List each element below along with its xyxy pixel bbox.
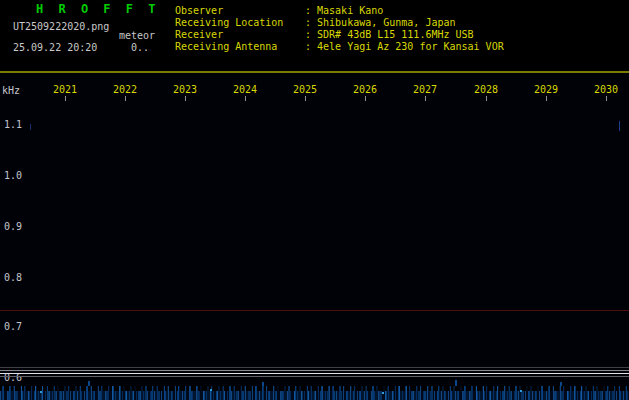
hrofft-output-screen: H R O F F T UT2509222020.png meteor 25.0…	[0, 0, 629, 400]
info-label-receiving-antenna: Receiving Antenna	[175, 41, 277, 52]
x-axis-tick	[65, 96, 66, 101]
x-tick-label-2023: 2023	[173, 84, 197, 95]
info-value-observer: : Masaki Kano	[305, 5, 383, 16]
output-filename: UT2509222020.png	[13, 21, 109, 32]
info-label-observer: Observer	[175, 5, 223, 16]
carrier-line-gray-2	[0, 376, 629, 377]
x-tick-label-2027: 2027	[413, 84, 437, 95]
noise-spark	[40, 391, 42, 393]
noise-spark	[520, 390, 522, 392]
x-axis-tick	[365, 96, 366, 101]
y-axis-unit-label: kHz	[2, 85, 20, 96]
x-axis-tick	[245, 96, 246, 101]
info-label-receiving-location: Receiving Location	[175, 17, 283, 28]
spectrogram-plot-area	[0, 73, 629, 400]
x-axis-tick	[546, 96, 547, 101]
y-tick-label-1-0: 1.0	[4, 170, 22, 181]
x-tick-label-2029: 2029	[534, 84, 558, 95]
noise-spike	[88, 381, 90, 386]
x-axis-tick	[606, 96, 607, 101]
info-value-receiving-antenna: : 4ele Yagi Az 230 for Kansai VOR	[305, 41, 504, 52]
x-tick-label-2024: 2024	[233, 84, 257, 95]
app-title: H R O F F T	[36, 4, 159, 15]
x-axis-tick	[305, 96, 306, 101]
x-axis-tick	[486, 96, 487, 101]
noise-spike	[262, 382, 264, 386]
y-tick-label-0-9: 0.9	[4, 221, 22, 232]
noise-spike	[455, 380, 457, 386]
x-axis-tick	[185, 96, 186, 101]
y-tick-label-1-1: 1.1	[4, 119, 22, 130]
meteor-echo-dash-right	[619, 121, 620, 131]
observation-name: meteor	[119, 30, 155, 41]
carrier-line-gray	[0, 370, 629, 371]
noise-spike	[560, 382, 562, 386]
carrier-line-faint	[0, 367, 629, 368]
x-tick-label-2025: 2025	[293, 84, 317, 95]
info-value-receiving-location: : Shibukawa, Gunma, Japan	[305, 17, 456, 28]
info-value-receiver: : SDR# 43dB L15 111.6MHz USB	[305, 29, 474, 40]
x-axis-tick	[125, 96, 126, 101]
meteor-echo-dash-left	[30, 124, 31, 130]
carrier-line-red	[0, 310, 629, 311]
noise-spark	[382, 392, 384, 394]
carrier-line-bright	[0, 373, 629, 374]
x-tick-label-2021: 2021	[53, 84, 77, 95]
x-axis-tick	[425, 96, 426, 101]
y-tick-label-0-8: 0.8	[4, 272, 22, 283]
noise-level-strip	[0, 386, 629, 400]
y-tick-label-0-7: 0.7	[4, 321, 22, 332]
noise-spark	[210, 389, 212, 391]
info-label-receiver: Receiver	[175, 29, 223, 40]
x-tick-label-2028: 2028	[474, 84, 498, 95]
datetime-label: 25.09.22 20:20	[13, 42, 97, 53]
progress-indicator: 0..	[131, 42, 149, 53]
x-tick-label-2022: 2022	[113, 84, 137, 95]
x-tick-label-2030: 2030	[594, 84, 618, 95]
x-tick-label-2026: 2026	[353, 84, 377, 95]
